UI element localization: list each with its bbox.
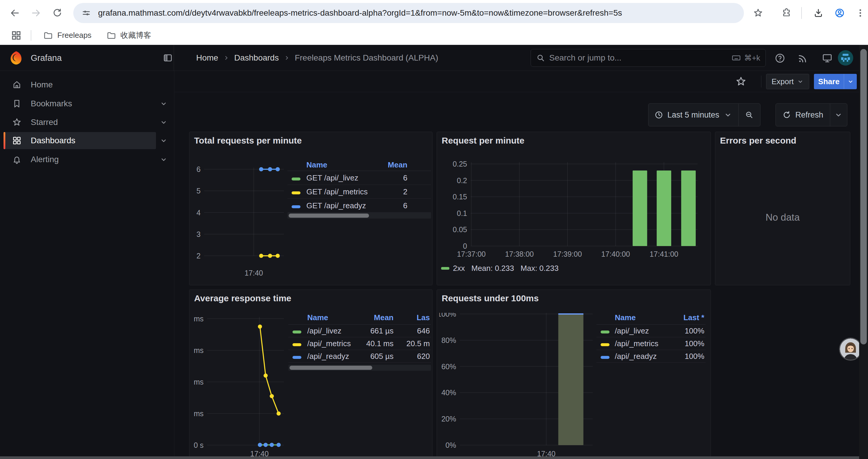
chevron-down-icon[interactable]: [159, 136, 168, 145]
sidebar-item-bookmarks[interactable]: Bookmarks: [0, 95, 174, 112]
table-header-name[interactable]: Name: [304, 313, 356, 322]
clock-icon: [654, 110, 663, 119]
extensions-icon[interactable]: [780, 6, 793, 20]
legend-table-row[interactable]: /api/_metrics100%: [596, 337, 706, 350]
chevron-down-icon[interactable]: [159, 100, 168, 108]
browser-menu-icon[interactable]: [854, 6, 867, 20]
share-button[interactable]: Share: [814, 74, 844, 89]
table-header-value[interactable]: Las: [395, 313, 431, 322]
table-scrollbar: [287, 213, 431, 219]
downloads-icon[interactable]: [812, 6, 825, 20]
monitor-icon[interactable]: [822, 53, 833, 64]
refresh-button[interactable]: Refresh: [776, 104, 830, 126]
sidebar-item-dashboards[interactable]: Dashboards: [0, 132, 174, 149]
active-indicator: [4, 132, 5, 149]
panel-title[interactable]: Errors per second: [720, 136, 796, 145]
series-name[interactable]: /api/_readyz: [611, 352, 662, 361]
series-name[interactable]: /api/_metrics: [611, 339, 662, 348]
sidebar-item-starred[interactable]: Starred: [0, 114, 174, 131]
series-color-pill: [291, 177, 301, 181]
site-info-icon[interactable]: [81, 8, 92, 18]
panel-title[interactable]: Request per minute: [442, 136, 524, 145]
sidebar-item-alerting[interactable]: Alerting: [0, 151, 174, 168]
zoom-out-button[interactable]: [738, 104, 760, 126]
series-color-pill: [292, 343, 301, 346]
series-name[interactable]: /api/_metrics: [304, 339, 356, 348]
dashboard-content: Export Share Last 5 minutes: [174, 71, 868, 459]
series-name[interactable]: 2xx: [453, 264, 465, 273]
help-icon[interactable]: [774, 53, 785, 64]
legend-table-row[interactable]: /api/_metrics40.1 ms20.5 m: [288, 337, 431, 350]
chart-legend: 2xx Mean: 0.233 Max: 0.233: [441, 264, 559, 273]
table-header-value[interactable]: Mean: [371, 160, 409, 169]
sidebar-toggle-icon[interactable]: [162, 53, 173, 63]
svg-text:0.25: 0.25: [453, 160, 467, 168]
series-color-pill: [291, 205, 301, 208]
legend-table-row[interactable]: GET /api/_metrics2: [287, 185, 431, 199]
series-name[interactable]: /api/_livez: [304, 326, 356, 335]
svg-text:0.05: 0.05: [453, 225, 467, 234]
news-rss-icon[interactable]: [797, 53, 809, 64]
horizontal-scrollbar[interactable]: [0, 456, 859, 459]
table-header-value[interactable]: Mean: [356, 313, 395, 322]
table-header-value[interactable]: Last *: [662, 313, 706, 322]
requests-under-100ms-chart: 100%80%60%40%20%0%17:40: [439, 313, 605, 459]
chevron-down-icon[interactable]: [159, 118, 168, 126]
user-avatar[interactable]: [838, 50, 853, 66]
legend-table-row[interactable]: GET /api/_livez6: [287, 171, 431, 185]
panel-title[interactable]: Total requests per minute: [194, 136, 302, 145]
back-icon[interactable]: [8, 6, 21, 20]
favorite-star-icon[interactable]: [735, 76, 747, 88]
series-name[interactable]: GET /api/_metrics: [303, 187, 371, 196]
series-name[interactable]: GET /api/_livez: [303, 173, 371, 183]
apps-grid-icon[interactable]: [11, 30, 22, 41]
grafana-logo[interactable]: [9, 51, 23, 65]
legend-table-row[interactable]: /api/_livez661 µs646: [288, 325, 431, 337]
legend-table-row[interactable]: /api/_readyz605 µs620: [288, 350, 431, 363]
breadcrumb-separator-icon: [223, 55, 229, 61]
series-value: 100%: [662, 352, 706, 361]
svg-text:40%: 40%: [441, 388, 456, 397]
table-header-name[interactable]: Name: [303, 160, 371, 169]
svg-text:17:40: 17:40: [245, 269, 263, 277]
export-button[interactable]: Export: [766, 74, 809, 89]
breadcrumb-item[interactable]: Dashboards: [234, 53, 279, 63]
svg-text:17:37:00: 17:37:00: [457, 250, 486, 258]
panel-title[interactable]: Average response time: [194, 293, 291, 303]
breadcrumb-item[interactable]: Home: [196, 53, 218, 63]
svg-text:80%: 80%: [441, 336, 456, 345]
refresh-interval-button[interactable]: [830, 104, 847, 126]
panel-title[interactable]: Requests under 100ms: [442, 293, 538, 303]
search-input[interactable]: Search or jump to... ⌘+k: [531, 49, 766, 67]
scrollbar-thumb[interactable]: [860, 49, 867, 345]
url-bar[interactable]: grafana.mathmast.com/d/deytv4rwavabkb/fr…: [73, 3, 744, 23]
bookmark-item[interactable]: 收藏博客: [103, 28, 154, 42]
profile-icon[interactable]: [833, 6, 846, 20]
reload-icon[interactable]: [51, 6, 64, 20]
svg-text:80 ms: 80 ms: [192, 315, 204, 323]
legend-table-row[interactable]: GET /api/_readyz6: [287, 199, 431, 213]
legend-table-row[interactable]: /api/_livez100%: [596, 325, 706, 337]
series-name[interactable]: /api/_livez: [611, 326, 662, 335]
sidebar-item-home[interactable]: Home: [0, 76, 174, 93]
floating-avatar[interactable]: [840, 338, 861, 360]
series-name[interactable]: GET /api/_readyz: [303, 201, 371, 210]
table-scrollbar-thumb[interactable]: [289, 214, 369, 218]
time-range-button[interactable]: Last 5 minutes: [649, 104, 738, 126]
share-menu-button[interactable]: [844, 74, 857, 89]
panel-average-response-time: Average response time 80 ms60 ms40 ms20 …: [189, 290, 433, 459]
breadcrumb-item: Freeleaps Metrics Dashboard (ALPHA): [295, 53, 438, 63]
panel-total-requests: Total requests per minute 6543217:40 Nam…: [189, 132, 433, 285]
forward-icon[interactable]: [30, 6, 42, 20]
series-name[interactable]: /api/_readyz: [304, 352, 356, 361]
bookmark-star-icon[interactable]: [752, 6, 765, 20]
table-scrollbar-thumb[interactable]: [289, 366, 372, 370]
legend-table-row[interactable]: /api/_readyz100%: [596, 350, 706, 363]
bookmark-label: 收藏博客: [121, 30, 151, 40]
sidebar-item-label: Alerting: [31, 155, 59, 164]
table-header-name[interactable]: Name: [611, 313, 662, 322]
chevron-down-icon[interactable]: [159, 155, 168, 164]
bookmark-item[interactable]: Freeleaps: [40, 29, 95, 42]
screen: grafana.mathmast.com/d/deytv4rwavabkb/fr…: [0, 0, 868, 459]
breadcrumb-separator-icon: [284, 55, 290, 61]
